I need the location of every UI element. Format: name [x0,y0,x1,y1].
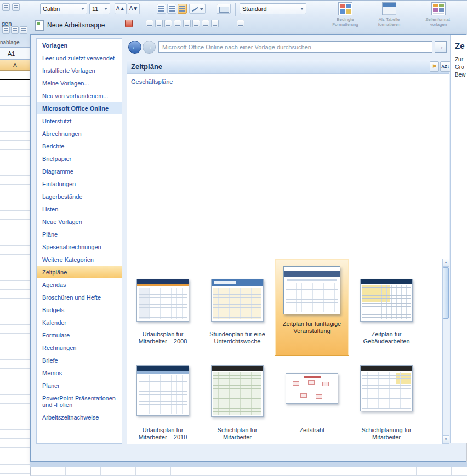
sidebar-item-memos[interactable]: Memos [37,366,122,379]
cut-icon[interactable] [2,26,10,34]
sidebar-item-leer-und-zuletzt-verwendet[interactable]: Leer und zuletzt verwendet [37,51,122,64]
ribbon-small-icon[interactable] [125,20,133,27]
format-as-table-button[interactable]: Als Tabelle formatieren [368,2,410,27]
ribbon-small-icon[interactable] [183,20,191,27]
name-box[interactable]: A1 [0,47,30,60]
align-middle-button[interactable] [167,4,176,14]
font-size-value: 11 [92,5,98,12]
sidebar-item-briefpapier[interactable]: Briefpapier [37,152,122,165]
sidebar-item-plaene[interactable]: Pläne [37,228,122,240]
text-orientation-button[interactable] [189,4,206,14]
align-bottom-button[interactable] [178,4,187,14]
breadcrumb-geschaeftsplaene[interactable]: Geschäftspläne [131,78,173,85]
sidebar-item-unterstuetzt[interactable]: Unterstützt [37,114,122,127]
ribbon-small-icon[interactable] [146,20,153,27]
sidebar-item-rechnungen[interactable]: Rechnungen [37,341,122,354]
shrink-font-button[interactable]: A▼ [128,3,140,14]
ribbon-small-icon[interactable] [202,20,209,27]
big-button-caption: Als Tabelle formatieren [378,17,400,27]
template-preview-panel: Ze Zur Grö Bew [450,35,467,443]
worksheet-bottom-cells[interactable] [30,467,467,476]
template-label: Zeitplan für fünftägige Veranstaltung [276,320,348,335]
sidebar-item-powerpoint-praesentationen[interactable]: PowerPoint-Präsentationen und -Folien [37,392,122,411]
conditional-formatting-icon [338,2,352,15]
template-card-stundenplan[interactable]: Stundenplan für eine Unterrichtswoche [202,276,272,352]
ribbon-small-icon[interactable] [237,20,244,27]
sidebar-item-abrechnungen[interactable]: Abrechnungen [37,127,122,140]
back-button[interactable]: ← [128,41,141,54]
template-card-zeitstrahl[interactable]: Zeitstrahl [277,362,347,444]
sidebar-item-meine-vorlagen[interactable]: Meine Vorlagen... [37,77,122,89]
sidebar-item-broschueren-und-hefte[interactable]: Broschüren und Hefte [37,291,122,303]
template-thumbnail [360,279,413,322]
chevron-down-icon [300,8,304,10]
align-top-button[interactable] [157,4,166,14]
grow-font-button[interactable]: A▲ [115,3,127,14]
clipboard-group-label-fragment: nablage [0,39,20,45]
sidebar-item-neu-von-vorhandenem[interactable]: Neu von vorhandenem... [37,89,122,102]
scroll-up-button[interactable]: ▲ [443,259,449,267]
conditional-formatting-button[interactable]: Bedingte Formatierung [324,2,366,27]
ribbon-small-icon[interactable] [174,20,181,27]
font-size-select[interactable]: 11 [89,3,110,14]
cell-styles-button[interactable]: Zellenformat- vorlagen [418,2,459,27]
forward-button[interactable]: → [143,41,156,54]
ribbon-small-icon[interactable] [155,20,163,27]
sort-button[interactable]: AZ↓ [440,61,451,72]
quick-access-button[interactable] [2,3,10,11]
template-search-input[interactable] [158,41,432,53]
number-format-select[interactable]: Standard [240,3,306,14]
sidebar-item-formulare[interactable]: Formulare [37,329,122,341]
template-card-gebaeudearbeiten[interactable]: Zeitplan für Gebäudearbeiten [351,276,422,352]
sidebar-item-zeitplaene[interactable]: Zeitpläne [37,266,122,278]
merge-cells-button[interactable] [217,4,231,14]
sidebar-item-arbeitszeitnachweise[interactable]: Arbeitszeitnachweise [37,411,122,423]
flag-filter-button[interactable]: ⚑ [430,61,439,72]
template-card-schichtplanung[interactable]: Schichtplanung für Mitarbeiter [351,362,422,444]
sidebar-item-kalender[interactable]: Kalender [37,316,122,329]
workbook-icon [35,20,44,31]
scroll-down-button[interactable]: ▼ [443,435,449,443]
copy-icon[interactable] [11,26,19,34]
sidebar-item-listen[interactable]: Listen [37,203,122,215]
sidebar-item-planer[interactable]: Planer [37,379,122,392]
sidebar-item-spesenabrechnungen[interactable]: Spesenabrechnungen [37,240,122,253]
sidebar-item-weitere-kategorien[interactable]: Weitere Kategorien [37,253,122,266]
sidebar-item-agendas[interactable]: Agendas [37,278,122,291]
template-card-schichtplan[interactable]: Schichtplan für Mitarbeiter [202,362,272,444]
font-name-select[interactable]: Calibri [40,3,87,14]
sidebar-item-diagramme[interactable]: Diagramme [37,165,122,177]
sidebar-item-budgets[interactable]: Budgets [37,303,122,316]
sidebar-item-einladungen[interactable]: Einladungen [37,177,122,190]
flag-icon: ⚑ [430,62,438,71]
template-card-urlaubsplan-2008[interactable]: Urlaubsplan für Mitarbeiter – 2008 [128,276,198,352]
column-header-a[interactable]: A [0,60,30,71]
ribbon-small-icon[interactable] [164,20,172,27]
worksheet-grid[interactable] [0,71,30,476]
gallery-scrollbar[interactable]: ▲ ▼ [442,259,449,444]
preview-field-fragment: Zur [455,56,463,62]
new-workbook-dialog: Vorlagen Leer und zuletzt verwendet Inst… [30,34,466,462]
ribbon-small-icon[interactable] [211,20,219,27]
sort-az-icon: AZ↓ [441,62,450,71]
sidebar-item-neue-vorlagen[interactable]: Neue Vorlagen [37,215,122,228]
preview-field-fragment: Grö [455,64,464,70]
template-thumbnail [211,279,264,322]
cell-styles-icon [431,2,446,15]
sidebar-item-installierte-vorlagen[interactable]: Installierte Vorlagen [37,64,122,77]
sidebar-item-lagerbestaende[interactable]: Lagerbestände [37,190,122,203]
big-button-caption: Zellenformat- vorlagen [425,17,451,27]
section-header: Zeitpläne ⚑ AZ↓ [127,60,449,74]
template-thumbnail [136,279,189,322]
quick-access-button[interactable] [12,3,20,11]
template-card-zeitplan-fuenftaegige-selected[interactable]: Zeitplan für fünftägige Veranstaltung [275,259,349,356]
format-painter-icon[interactable] [20,26,27,34]
sidebar-item-briefe[interactable]: Briefe [37,354,122,366]
template-label: Schichtplanung für Mitarbeiter [352,427,421,441]
search-go-button[interactable]: → [435,41,447,53]
scrollbar-thumb[interactable] [443,267,449,319]
template-card-urlaubsplan-2010[interactable]: Urlaubsplan für Mitarbeiter – 2010 [128,362,198,444]
ribbon-small-icon[interactable] [192,20,200,27]
template-label: Urlaubsplan für Mitarbeiter – 2010 [128,427,197,441]
sidebar-item-berichte[interactable]: Berichte [37,140,122,152]
